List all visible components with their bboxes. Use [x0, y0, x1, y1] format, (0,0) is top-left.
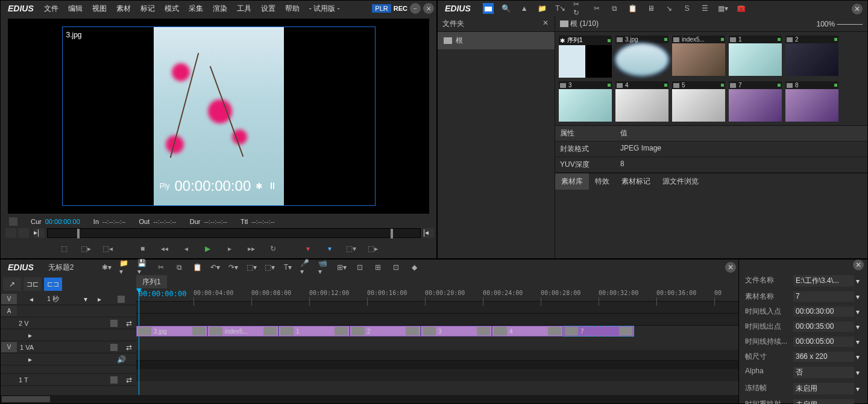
view-tile-button[interactable]: ▦▾	[718, 3, 729, 14]
tab-library[interactable]: 素材库	[555, 173, 589, 190]
menu-view[interactable]: 视图	[88, 1, 111, 16]
next-frame-button[interactable]: ▸	[222, 243, 237, 255]
view-list-button[interactable]: ☰	[700, 3, 711, 14]
match-frame-button[interactable]: ⬚◂	[101, 243, 115, 255]
bin-thumb[interactable]: 1	[729, 36, 782, 78]
tl-snap-button[interactable]: ⬚▾	[264, 262, 275, 273]
bin-thumb[interactable]: 5	[672, 81, 725, 122]
minimize-button[interactable]: −	[410, 3, 421, 14]
sync-icon[interactable]: ⇄	[126, 343, 132, 352]
timeline-clip[interactable]: 4	[492, 326, 563, 337]
tl-grid-button[interactable]: ⊞	[373, 262, 383, 273]
replace-button[interactable]: ⬚▾	[344, 243, 359, 255]
tab-markers[interactable]: 素材标记	[615, 173, 656, 190]
new-title-button[interactable]: ✂↻	[573, 3, 584, 14]
set-out-button[interactable]: ⬚▸	[79, 243, 93, 255]
up-button[interactable]: ▲	[519, 3, 530, 14]
bin-thumb[interactable]: 8	[785, 81, 838, 122]
folder-view-button[interactable]	[483, 3, 494, 14]
tl-video-button[interactable]: 📹▾	[318, 262, 329, 273]
bin-thumb[interactable]: index5...	[672, 36, 725, 78]
film-icon[interactable]	[110, 376, 118, 384]
set-in-button[interactable]: ⬚	[57, 243, 72, 255]
tc-ttl[interactable]: --:--:--:--	[251, 218, 274, 225]
timeline-clip[interactable]: 2	[350, 326, 421, 337]
tl-paste-button[interactable]: 📋	[192, 262, 203, 273]
track-va-patch[interactable]: V	[1, 342, 17, 352]
menu-capture[interactable]: 采集	[184, 1, 207, 16]
sequence-tab[interactable]: 序列1	[136, 275, 167, 289]
bin-close-button[interactable]: ✕	[852, 4, 863, 14]
stop-button[interactable]: ■	[136, 243, 150, 255]
timeline-clip[interactable]: 3.jpg	[136, 326, 207, 337]
tc-in[interactable]: --:--:--:--	[102, 218, 125, 225]
tl-marker-button[interactable]: ◆	[409, 262, 420, 273]
speaker-icon[interactable]: 🔊	[117, 355, 126, 364]
close-button[interactable]: ✕	[423, 3, 434, 14]
menu-help[interactable]: 帮助	[281, 1, 304, 16]
tl-redo-button[interactable]: ↷▾	[228, 262, 239, 273]
film-icon[interactable]	[110, 320, 118, 327]
tab-source-browse[interactable]: 源文件浏览	[656, 173, 705, 190]
tc-cur[interactable]: 00:00:00:00	[45, 218, 80, 225]
bin-thumb[interactable]: 7	[729, 81, 782, 122]
track-1t-label[interactable]: 1 T	[16, 374, 106, 385]
tl-undo-button[interactable]: ↶▾	[210, 262, 221, 273]
timeline-clip[interactable]: 1	[278, 326, 350, 337]
seek-bar[interactable]: ▸| |◂	[1, 227, 436, 239]
tl-mixer-button[interactable]: ⊞▾	[336, 262, 347, 273]
seek-out-icon[interactable]: |◂	[423, 228, 434, 238]
view-s-button[interactable]: S	[682, 3, 693, 14]
timeline-content[interactable]: 序列1 00:00:00:00 00:00:04:0000:00:08:0000…	[136, 275, 738, 395]
tl-copy-button[interactable]: ⧉	[174, 262, 184, 273]
timeline-scrollbar[interactable]	[1, 395, 738, 403]
tc-dur[interactable]: --:--:--:--	[204, 218, 227, 225]
menu-edit[interactable]: 编辑	[64, 1, 87, 16]
tl-save-button[interactable]: 💾▾	[137, 262, 148, 273]
bin-thumb[interactable]: ✱序列1	[559, 36, 612, 78]
prev-frame-button[interactable]: ◂	[179, 243, 193, 255]
seek-track[interactable]	[47, 228, 421, 238]
film-icon[interactable]	[110, 344, 118, 351]
tc-out[interactable]: --:--:--:--	[153, 218, 176, 225]
time-scale[interactable]: 1 秒	[45, 293, 79, 305]
tl-open-button[interactable]: 📁▾	[119, 262, 130, 273]
folder-root[interactable]: 根	[438, 32, 555, 49]
timeline-close-button[interactable]: ✕	[725, 262, 736, 273]
tl-title-button[interactable]: T▾	[282, 262, 293, 273]
bin-thumb[interactable]: 3.jpg	[615, 36, 668, 78]
track-2v-label[interactable]: 2 V	[16, 317, 106, 329]
zoom-level[interactable]: 100%	[816, 20, 835, 28]
sync-icon[interactable]: ⇄	[126, 319, 132, 328]
open-button[interactable]: 📁	[537, 3, 548, 14]
timeline-clip[interactable]: 7	[563, 326, 634, 337]
tl-audio-button[interactable]: 🎤▾	[300, 262, 311, 273]
menu-mode[interactable]: 模式	[160, 1, 183, 16]
menu-clip[interactable]: 素材	[112, 1, 135, 16]
paste-button[interactable]: 📋	[627, 3, 638, 14]
play-button[interactable]: ▶	[201, 243, 215, 255]
search-button[interactable]: 🔍	[501, 3, 512, 14]
bin-thumb[interactable]: 3	[559, 81, 612, 122]
bin-thumb[interactable]: 4	[615, 81, 668, 122]
track-v-patch[interactable]: V	[1, 294, 17, 304]
toolbox-button[interactable]: 🧰	[736, 3, 747, 14]
sync-icon[interactable]: ⇄	[126, 376, 132, 384]
delete-button[interactable]: 🖥	[646, 3, 656, 14]
timeline-clip[interactable]: 3	[421, 326, 492, 337]
film-icon[interactable]	[118, 296, 125, 303]
new-clip-button[interactable]: T↘	[555, 3, 566, 14]
menu-tools[interactable]: 工具	[233, 1, 256, 16]
mode-multicam-button[interactable]: ⊏⊐	[44, 278, 62, 291]
timeline-ruler[interactable]: 00:00:00:00 00:00:04:0000:00:08:0000:00:…	[136, 288, 738, 302]
props-close-button[interactable]: ✕	[853, 259, 864, 270]
cut-button[interactable]: ✂	[591, 3, 602, 14]
overwrite-button[interactable]: ▾	[322, 243, 337, 255]
timeline-clip[interactable]: index5...	[207, 326, 278, 337]
track-1va-label[interactable]: 1 VA	[17, 341, 106, 353]
menu-settings[interactable]: 设置	[257, 1, 280, 16]
mode-trim-button[interactable]: ⊐⊏	[24, 278, 42, 291]
bin-thumb[interactable]: 2	[785, 36, 838, 78]
tab-effects[interactable]: 特效	[589, 173, 615, 190]
loop-button[interactable]: ↻	[266, 243, 280, 255]
